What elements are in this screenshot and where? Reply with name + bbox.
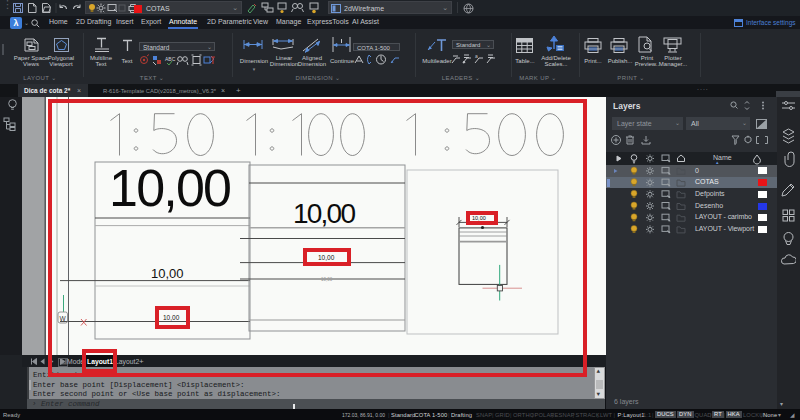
svg-text:ABC: ABC [165,56,176,62]
svg-text:a: a [475,53,478,59]
